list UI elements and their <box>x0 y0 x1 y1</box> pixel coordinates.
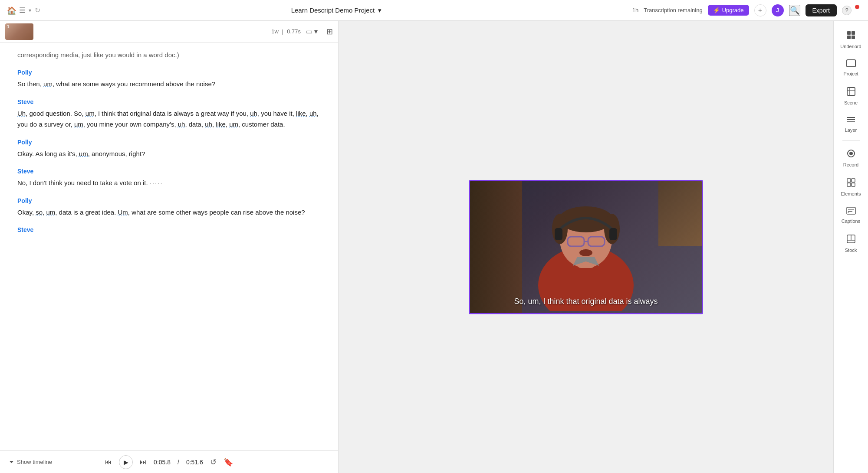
intro-text: corresponding media, just like you would… <box>17 51 321 59</box>
speaker-block: Steve No, I don't think you need to take… <box>17 168 321 189</box>
show-timeline-button[interactable]: ⏷ Show timeline <box>9 459 52 465</box>
speaker-name-steve: Steve <box>17 226 321 233</box>
filler-um: um <box>43 80 53 88</box>
filler-uh: uh <box>205 121 212 128</box>
panel-toggle-button[interactable]: ⊞ <box>326 27 333 36</box>
transcript-area[interactable]: corresponding media, just like you would… <box>0 42 338 450</box>
upgrade-label: Upgrade <box>722 7 744 13</box>
main-area: 1 1w | 0.77s ▭ ▾ ⊞ corresponding media, … <box>0 21 868 473</box>
transcript-text[interactable]: No, I don't think you need to take a vot… <box>17 177 321 189</box>
sidebar-item-label-record: Record <box>843 162 858 167</box>
add-button[interactable]: + <box>754 4 766 16</box>
video-container: So, um, I think that original data is al… <box>469 180 703 314</box>
speaker-block: Steve Uh, good question. So, um, I think… <box>17 98 321 130</box>
chevron-down-icon: ▾ <box>29 7 31 13</box>
total-time: 0:51.6 <box>186 459 203 466</box>
play-button[interactable]: ▶ <box>119 455 133 469</box>
speaker-name-steve: Steve <box>17 168 321 175</box>
timeline-icon: ⏷ <box>9 459 14 465</box>
sidebar-item-underlord[interactable]: Underlord <box>836 26 866 53</box>
sidebar-item-captions[interactable]: A Captions <box>836 202 866 228</box>
help-button[interactable]: ? <box>842 6 852 15</box>
search-button[interactable]: 🔍 <box>789 5 800 16</box>
bookmark-button[interactable]: 🔖 <box>224 457 233 467</box>
svg-rect-15 <box>852 36 855 39</box>
scene-icon <box>846 87 856 98</box>
transcript-text[interactable]: So then, um, what are some ways you reco… <box>17 78 321 90</box>
transcript-text[interactable]: Okay, so, um, data is a great idea. Um, … <box>17 207 321 218</box>
sidebar-item-label-captions: Captions <box>842 219 860 224</box>
bookshelf-right <box>658 181 702 246</box>
view-icon: ▭ <box>306 27 312 36</box>
sidebar-item-project[interactable]: Project <box>836 55 866 81</box>
loop-button[interactable]: ↺ <box>210 457 217 467</box>
sidebar-item-label-underlord: Underlord <box>840 44 861 49</box>
svg-point-24 <box>849 152 853 155</box>
filler-uh: uh <box>309 110 317 117</box>
sidebar-item-stock[interactable]: Stock <box>836 230 866 257</box>
sidebar-item-label-project: Project <box>843 71 858 76</box>
filler-um: um <box>79 150 88 157</box>
menu-button[interactable]: ☰ <box>19 6 25 14</box>
filler-uh: Uh <box>17 110 26 117</box>
sidebar-divider <box>842 140 860 141</box>
filler-um: um <box>85 110 95 117</box>
video-caption: So, um, I think that original data is al… <box>470 293 702 313</box>
filler-um: um <box>74 121 83 128</box>
topbar-left: 🏠 ☰ ▾ ↻ <box>7 6 40 15</box>
time-separator: / <box>178 459 179 466</box>
speaker-block: Steve <box>17 226 321 233</box>
speaker-name-steve: Steve <box>17 98 321 105</box>
title-dropdown-icon[interactable]: ▾ <box>378 7 381 14</box>
topbar-right: 1h Transcription remaining ⚡ Upgrade + J… <box>632 4 861 16</box>
transcript-text[interactable]: Uh, good question. So, um, I think that … <box>17 108 321 130</box>
svg-rect-13 <box>852 31 855 35</box>
upgrade-button[interactable]: ⚡ Upgrade <box>708 5 749 16</box>
sidebar-item-label-layer: Layer <box>845 127 857 133</box>
playback-bar: ⏷ Show timeline ⏮ ▶ ⏭ 0:05.8 / 0:51.6 ↺ … <box>0 450 338 473</box>
speaker-name-polly: Polly <box>17 139 321 146</box>
zoom-separator: | <box>282 28 283 35</box>
clip-duration: 0.77s <box>287 28 301 35</box>
transcript-text[interactable]: Okay. As long as it's, um, anonymous, ri… <box>17 148 321 160</box>
filler-so: so <box>36 209 43 216</box>
refresh-button[interactable]: ↻ <box>35 6 40 14</box>
skip-back-button[interactable]: ⏮ <box>105 458 112 466</box>
filler-um: um <box>229 121 238 128</box>
clip-number: 1 <box>7 24 10 29</box>
clip-thumbnail[interactable]: 1 <box>5 23 33 40</box>
transcription-time: 1h <box>632 7 638 13</box>
sidebar-item-layer[interactable]: Layer <box>836 111 866 137</box>
project-title: Learn Descript Demo Project <box>291 7 375 14</box>
sidebar-item-record[interactable]: Record <box>836 144 866 172</box>
zoom-info: 1w | 0.77s <box>271 28 301 35</box>
home-button[interactable]: 🏠 <box>7 6 16 15</box>
svg-rect-25 <box>847 179 851 182</box>
topbar-center: Learn Descript Demo Project ▾ <box>291 7 382 14</box>
layer-icon <box>846 116 856 126</box>
export-button[interactable]: Export <box>806 4 837 16</box>
elements-icon <box>846 178 856 189</box>
svg-rect-27 <box>847 183 851 186</box>
svg-rect-14 <box>847 36 851 39</box>
sidebar-item-elements[interactable]: Elements <box>836 173 866 201</box>
skip-forward-button[interactable]: ⏭ <box>140 458 147 466</box>
filler-uh: uh <box>250 110 257 117</box>
speaker-block: Polly Okay. As long as it's, um, anonymo… <box>17 139 321 160</box>
underlord-icon <box>846 30 856 42</box>
project-icon <box>846 59 856 69</box>
record-indicator <box>855 5 859 9</box>
sidebar-item-label-stock: Stock <box>845 248 857 253</box>
filler-Um: Um <box>118 209 128 216</box>
show-timeline-label: Show timeline <box>17 459 52 465</box>
svg-rect-10 <box>609 228 617 240</box>
stock-icon <box>846 234 856 246</box>
captions-icon: A <box>846 207 856 217</box>
svg-rect-28 <box>852 183 855 186</box>
view-toggle[interactable]: ▭ ▾ <box>306 27 318 36</box>
filler-like: like <box>296 110 306 117</box>
upgrade-icon: ⚡ <box>713 7 720 13</box>
timeline-strip: 1 1w | 0.77s ▭ ▾ ⊞ <box>0 21 338 42</box>
sidebar-item-scene[interactable]: Scene <box>836 82 866 110</box>
editor-panel: 1 1w | 0.77s ▭ ▾ ⊞ corresponding media, … <box>0 21 339 473</box>
